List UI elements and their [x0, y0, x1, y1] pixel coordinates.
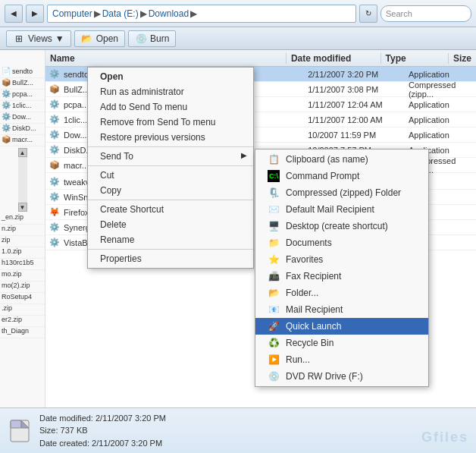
context-menu-delete[interactable]: Delete — [88, 217, 253, 232]
left-item: n.zip — [0, 225, 45, 236]
sendto-submenu: 📋 Clipboard (as name) C:\ Command Prompt… — [255, 149, 429, 387]
left-item: RoSetup4 — [0, 293, 45, 304]
submenu-dvd[interactable]: 💿 DVD RW Drive (F:) — [255, 368, 428, 385]
file-date-cell: 1/11/2007 12:00 AM — [303, 115, 404, 124]
file-date-cell: 2/11/2007 3:20 PM — [303, 70, 404, 79]
context-menu: Open Run as administrator Add to Send To… — [87, 67, 254, 269]
file-date-cell: 1/11/2007 12:04 AM — [303, 100, 404, 109]
context-menu-sendto[interactable]: Send To 📋 Clipboard (as name) C:\ Comman… — [88, 149, 253, 164]
views-arrow: ▼ — [55, 33, 64, 44]
path-computer[interactable]: Computer — [52, 8, 92, 19]
scroll-up[interactable]: ▲ — [18, 148, 27, 157]
left-item: ⚙️1clic... — [0, 101, 45, 112]
address-path[interactable]: Computer ▶ Data (E:) ▶ Download ▶ — [47, 5, 356, 23]
column-header: Name Date modified Type Size — [45, 50, 476, 67]
context-menu-restore[interactable]: Restore previous versions — [88, 130, 253, 145]
submenu-documents[interactable]: 📁 Documents — [255, 234, 428, 251]
zip-icon: 🗜️ — [268, 187, 280, 199]
status-date-created: Date created: 2/11/2007 3:20 PM — [39, 437, 166, 450]
col-date-header[interactable]: Date modified — [287, 53, 381, 64]
status-file-icon — [8, 419, 32, 443]
file-icon: ⚙️ — [49, 191, 61, 203]
file-icon: ⚙️ — [49, 114, 61, 126]
submenu-desktop[interactable]: 🖥️ Desktop (create shortcut) — [255, 218, 428, 234]
left-item: ⚙️Dow... — [0, 112, 45, 124]
submenu-clipboard[interactable]: 📋 Clipboard (as name) — [255, 151, 428, 168]
scroll-down[interactable]: ▼ — [18, 203, 27, 212]
file-icon: ⚙️ — [49, 222, 61, 234]
back-button[interactable]: ◀ — [5, 5, 23, 23]
file-icon: ⚙️ — [49, 176, 61, 188]
context-menu-run-as-admin[interactable]: Run as administrator — [88, 84, 253, 99]
col-name-header[interactable]: Name — [45, 53, 287, 64]
run-icon: ▶️ — [268, 354, 280, 366]
open-button[interactable]: 📂 Open — [74, 30, 125, 47]
left-item: er2.zip — [0, 316, 45, 327]
open-icon: 📂 — [81, 33, 93, 45]
left-item: mo(2).zip — [0, 282, 45, 293]
submenu-cmd[interactable]: C:\ Command Prompt — [255, 168, 428, 184]
context-menu-properties[interactable]: Properties — [88, 251, 253, 266]
address-bar: ◀ ▶ Computer ▶ Data (E:) ▶ Download ▶ ↻ … — [0, 0, 476, 27]
submenu-run[interactable]: ▶️ Run... — [255, 351, 428, 368]
submenu-recycle[interactable]: ♻️ Recycle Bin — [255, 335, 428, 351]
views-label: Views — [28, 33, 52, 44]
context-menu-open[interactable]: Open — [88, 69, 253, 84]
submenu-quicklaunch[interactable]: 🚀 Quick Launch — [255, 318, 428, 335]
submenu-favorites[interactable]: ⭐ Favorites — [255, 251, 428, 268]
col-size-header[interactable]: Size — [449, 53, 476, 64]
file-date-cell: 1/11/2007 3:08 PM — [303, 85, 404, 94]
left-item: th_Diagn — [0, 327, 45, 338]
context-menu-add-sendto[interactable]: Add to Send To menu — [88, 99, 253, 115]
scroll-area: ▲ ▼ — [0, 148, 45, 212]
burn-label: Burn — [150, 33, 169, 44]
forward-button[interactable]: ▶ — [26, 5, 44, 23]
submenu-zip[interactable]: 🗜️ Compressed (zipped) Folder — [255, 184, 428, 201]
context-menu-rename[interactable]: Rename — [88, 232, 253, 247]
submenu-fax[interactable]: 📠 Fax Recipient — [255, 268, 428, 285]
file-icon: ⚙️ — [49, 129, 61, 141]
mail-icon: 📧 — [268, 304, 280, 316]
submenu-mail-default[interactable]: ✉️ Default Mail Recipient — [255, 201, 428, 218]
submenu-mail[interactable]: 📧 Mail Recipient — [255, 301, 428, 318]
mail-default-icon: ✉️ — [268, 203, 280, 215]
col-type-header[interactable]: Type — [381, 53, 449, 64]
file-type-cell: Application — [404, 131, 476, 140]
folder-icon: 📂 — [268, 287, 280, 299]
file-icon: 🦊 — [49, 206, 61, 219]
separator-3 — [88, 200, 253, 200]
file-icon: ⚙️ — [49, 144, 61, 156]
context-menu-create-shortcut[interactable]: Create Shortcut — [88, 202, 253, 217]
open-label: Open — [96, 33, 118, 44]
path-data-e[interactable]: Data (E:) — [102, 8, 139, 19]
left-item: mo.zip — [0, 270, 45, 282]
search-placeholder: Search — [386, 9, 412, 18]
refresh-button[interactable]: ↻ — [359, 5, 377, 23]
submenu-folder[interactable]: 📂 Folder... — [255, 285, 428, 301]
search-box[interactable]: Search — [380, 5, 471, 22]
left-item: ⚙️DiskD... — [0, 124, 45, 135]
context-menu-copy[interactable]: Copy — [88, 183, 253, 198]
path-download[interactable]: Download — [149, 8, 189, 19]
file-list: Name Date modified Type Size ⚙️ sendtoto… — [45, 50, 476, 407]
fax-icon: 📠 — [268, 270, 280, 282]
context-menu-remove-sendto[interactable]: Remove from Send To menu — [88, 115, 253, 130]
svg-rect-1 — [11, 420, 21, 428]
dvd-icon: 💿 — [268, 370, 280, 382]
file-area: 📄sendto 📦BullZ... ⚙️pcpa... ⚙️1clic... ⚙… — [0, 50, 476, 407]
favorites-icon: ⭐ — [268, 253, 280, 266]
file-icon: 📦 — [49, 83, 61, 96]
burn-button[interactable]: 💿 Burn — [128, 30, 176, 47]
context-menu-cut[interactable]: Cut — [88, 168, 253, 183]
path-arrow-2: ▶ — [140, 8, 147, 19]
recycle-icon: ♻️ — [268, 337, 280, 349]
desktop-icon: 🖥️ — [268, 220, 280, 232]
file-icon: ⚙️ — [49, 68, 61, 80]
views-button[interactable]: ⊞ Views ▼ — [6, 30, 71, 47]
path-arrow-3: ▶ — [190, 8, 197, 19]
separator-1 — [88, 146, 253, 147]
views-icon: ⊞ — [13, 33, 25, 45]
status-bar: Date modified: 2/11/2007 3:20 PM Size: 7… — [0, 407, 476, 453]
clipboard-icon: 📋 — [268, 153, 280, 165]
file-icon: ⚙️ — [49, 237, 61, 249]
